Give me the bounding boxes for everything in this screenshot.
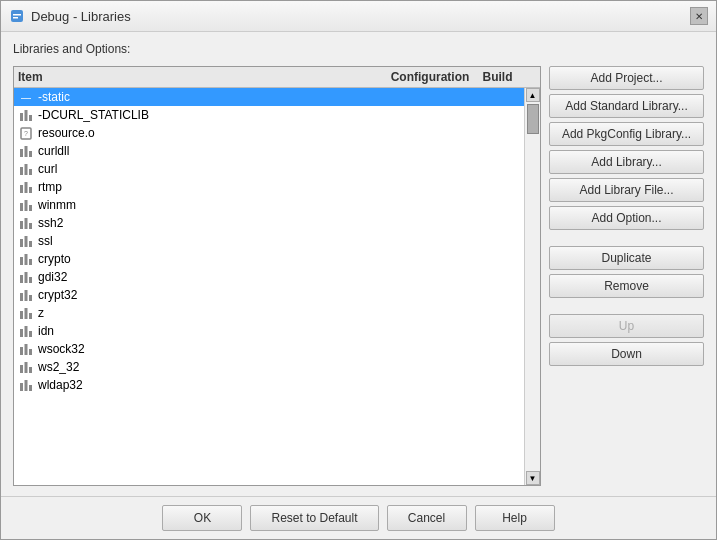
- svg-rect-9: [25, 146, 28, 157]
- list-item-icon: [18, 144, 34, 158]
- svg-rect-22: [29, 223, 32, 229]
- svg-rect-47: [20, 383, 23, 391]
- list-item-text: wldap32: [38, 378, 385, 392]
- svg-rect-41: [20, 347, 23, 355]
- help-button[interactable]: Help: [475, 505, 555, 531]
- svg-rect-38: [20, 329, 23, 337]
- list-item[interactable]: winmm: [14, 196, 524, 214]
- scrollbar[interactable]: ▲ ▼: [524, 88, 540, 485]
- col-header-configuration: Configuration: [385, 70, 475, 84]
- reset-to-default-button[interactable]: Reset to Default: [250, 505, 378, 531]
- add-library-file-button[interactable]: Add Library File...: [549, 178, 704, 202]
- list-item-icon: [18, 216, 34, 230]
- list-item[interactable]: -DCURL_STATICLIB: [14, 106, 524, 124]
- svg-rect-18: [25, 200, 28, 211]
- list-item-text: resource.o: [38, 126, 385, 140]
- list-item-text: ssl: [38, 234, 385, 248]
- dialog-title: Debug - Libraries: [31, 9, 131, 24]
- svg-rect-39: [25, 326, 28, 337]
- svg-rect-49: [29, 385, 32, 391]
- list-body[interactable]: —-static-DCURL_STATICLIB?resource.ocurld…: [14, 88, 524, 485]
- app-icon: [9, 8, 25, 24]
- list-item[interactable]: ssl: [14, 232, 524, 250]
- svg-rect-2: [13, 17, 18, 19]
- list-item-icon: —: [18, 90, 34, 104]
- list-item-icon: ?: [18, 126, 34, 140]
- list-item-icon: [18, 252, 34, 266]
- add-library-button[interactable]: Add Library...: [549, 150, 704, 174]
- list-header: Item Configuration Build: [14, 67, 540, 88]
- svg-rect-25: [29, 241, 32, 247]
- svg-rect-10: [29, 151, 32, 157]
- list-item-icon: [18, 198, 34, 212]
- list-item[interactable]: crypt32: [14, 286, 524, 304]
- buttons-panel: Add Project... Add Standard Library... A…: [549, 66, 704, 486]
- list-item-text: ssh2: [38, 216, 385, 230]
- list-item[interactable]: wsock32: [14, 340, 524, 358]
- list-item-text: idn: [38, 324, 385, 338]
- add-pkgconfig-library-button[interactable]: Add PkgConfig Library...: [549, 122, 704, 146]
- svg-rect-30: [25, 272, 28, 283]
- down-button[interactable]: Down: [549, 342, 704, 366]
- scroll-down-button[interactable]: ▼: [526, 471, 540, 485]
- list-item-icon: [18, 108, 34, 122]
- dialog-body: Libraries and Options: Item Configuratio…: [1, 32, 716, 496]
- list-item[interactable]: gdi32: [14, 268, 524, 286]
- list-item[interactable]: ws2_32: [14, 358, 524, 376]
- svg-rect-14: [20, 185, 23, 193]
- scroll-up-button[interactable]: ▲: [526, 88, 540, 102]
- up-button[interactable]: Up: [549, 314, 704, 338]
- list-item[interactable]: wldap32: [14, 376, 524, 394]
- list-item-text: ws2_32: [38, 360, 385, 374]
- svg-rect-21: [25, 218, 28, 229]
- spacer1: [549, 234, 704, 242]
- list-item-text: crypto: [38, 252, 385, 266]
- list-item[interactable]: rtmp: [14, 178, 524, 196]
- add-option-button[interactable]: Add Option...: [549, 206, 704, 230]
- list-item-icon: [18, 324, 34, 338]
- svg-rect-27: [25, 254, 28, 265]
- svg-rect-37: [29, 313, 32, 319]
- svg-rect-43: [29, 349, 32, 355]
- list-item-text: -DCURL_STATICLIB: [38, 108, 385, 122]
- list-item[interactable]: crypto: [14, 250, 524, 268]
- list-item[interactable]: z: [14, 304, 524, 322]
- svg-rect-44: [20, 365, 23, 373]
- list-item-text: gdi32: [38, 270, 385, 284]
- spacer2: [549, 302, 704, 310]
- svg-rect-32: [20, 293, 23, 301]
- svg-rect-3: [20, 113, 23, 121]
- scroll-thumb[interactable]: [527, 104, 539, 134]
- list-item[interactable]: ?resource.o: [14, 124, 524, 142]
- svg-rect-11: [20, 167, 23, 175]
- remove-button[interactable]: Remove: [549, 274, 704, 298]
- svg-rect-36: [25, 308, 28, 319]
- close-button[interactable]: ✕: [690, 7, 708, 25]
- list-item[interactable]: curldll: [14, 142, 524, 160]
- svg-rect-28: [29, 259, 32, 265]
- section-label: Libraries and Options:: [13, 42, 704, 56]
- list-item-icon: [18, 234, 34, 248]
- svg-rect-5: [29, 115, 32, 121]
- svg-rect-33: [25, 290, 28, 301]
- list-item[interactable]: curl: [14, 160, 524, 178]
- svg-rect-34: [29, 295, 32, 301]
- svg-rect-16: [29, 187, 32, 193]
- svg-rect-15: [25, 182, 28, 193]
- list-item-text: curl: [38, 162, 385, 176]
- list-item-icon: [18, 306, 34, 320]
- add-standard-library-button[interactable]: Add Standard Library...: [549, 94, 704, 118]
- cancel-button[interactable]: Cancel: [387, 505, 467, 531]
- list-item-text: crypt32: [38, 288, 385, 302]
- title-bar-left: Debug - Libraries: [9, 8, 131, 24]
- ok-button[interactable]: OK: [162, 505, 242, 531]
- list-item[interactable]: ssh2: [14, 214, 524, 232]
- list-item[interactable]: —-static: [14, 88, 524, 106]
- duplicate-button[interactable]: Duplicate: [549, 246, 704, 270]
- list-item[interactable]: idn: [14, 322, 524, 340]
- svg-rect-12: [25, 164, 28, 175]
- list-item-icon: [18, 378, 34, 392]
- main-area: Item Configuration Build —-static-DCURL_…: [13, 66, 704, 486]
- add-project-button[interactable]: Add Project...: [549, 66, 704, 90]
- title-bar: Debug - Libraries ✕: [1, 1, 716, 32]
